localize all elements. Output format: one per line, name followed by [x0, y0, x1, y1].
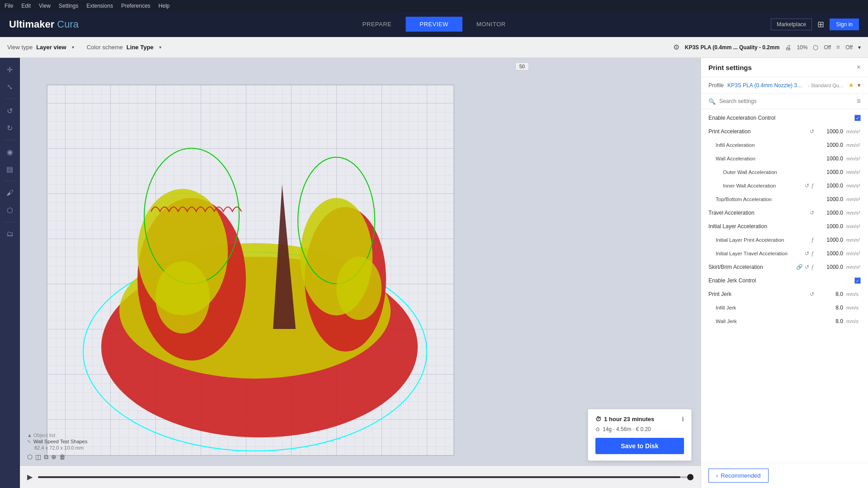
obj-tool-5[interactable]: 🗑 [59, 453, 66, 461]
scale-tool[interactable]: ⤡ [3, 80, 17, 94]
setting-value[interactable]: 1000.0 [816, 155, 843, 162]
search-icon: 🔍 [708, 98, 716, 105]
setting-row: Skirt/Brim Acceleration 🔗↺ƒ 1000.0mm/s² [701, 260, 868, 274]
setting-row: Initial Layer Travel Acceleration ↺ƒ 100… [701, 247, 868, 260]
reset-icon[interactable]: ↺ [810, 210, 814, 216]
ps-star-icon[interactable]: ★ [849, 82, 854, 89]
grid-icon[interactable]: ⊞ [817, 19, 824, 29]
tab-monitor[interactable]: MONITOR [462, 17, 520, 32]
menu-bar: File Edit View Settings Extensions Prefe… [0, 0, 868, 12]
reset-icon[interactable]: ↺ [805, 250, 809, 257]
obj-tool-2[interactable]: ◫ [35, 453, 41, 461]
obj-tool-4[interactable]: ⊕ [51, 453, 57, 461]
tab-prepare[interactable]: PREPARE [349, 17, 406, 32]
setting-value[interactable]: 1000.0 [816, 128, 843, 135]
brush-btn[interactable]: 🖌 [3, 186, 17, 200]
setting-value[interactable]: 1000.0 [816, 210, 843, 216]
setting-icons: ↺ [810, 210, 814, 216]
progress-thumb[interactable] [687, 474, 693, 480]
move-tool[interactable]: ✛ [3, 62, 17, 77]
setting-value[interactable]: 1000.0 [816, 196, 843, 202]
link-icon[interactable]: 🔗 [796, 264, 803, 270]
marketplace-button[interactable]: Marketplace [771, 19, 812, 30]
ps-close-button[interactable]: × [857, 63, 861, 71]
menu-file[interactable]: File [5, 3, 13, 9]
setting-row: Outer Wall Acceleration 1000.0mm/s² [701, 165, 868, 179]
setting-value[interactable]: 8.0 [816, 305, 843, 311]
func-icon[interactable]: ƒ [811, 250, 814, 257]
reset-icon[interactable]: ↺ [805, 183, 809, 189]
func-icon[interactable]: ƒ [811, 183, 814, 189]
search-input[interactable] [719, 98, 853, 104]
settings-chevron[interactable]: ▾ [858, 44, 861, 51]
support-btn[interactable]: ⬡ [3, 203, 17, 217]
setting-row: Wall Jerk 8.0mm/s [701, 314, 868, 328]
setting-name: Outer Wall Acceleration [708, 169, 814, 175]
menu-edit[interactable]: Edit [21, 3, 31, 9]
view-type-value: Layer view [36, 44, 66, 51]
setting-icons: ↺ƒ [805, 250, 814, 257]
view-toolbar: View type Layer view ▾ Color scheme Line… [0, 37, 868, 58]
func-icon[interactable]: ƒ [811, 264, 814, 270]
tab-preview[interactable]: PREVIEW [406, 17, 462, 32]
reset-icon[interactable]: ↺ [805, 264, 809, 270]
reset-icon[interactable]: ↺ [810, 291, 814, 297]
chevron-left-icon: ‹ [716, 472, 718, 479]
object-name: Wall Speed Test Shapes [33, 439, 87, 444]
obj-tool-3[interactable]: ⧉ [44, 453, 48, 461]
setting-value[interactable]: 1000.0 [816, 183, 843, 189]
settings-icon[interactable]: ⚙ [673, 43, 679, 52]
save-to-disk-button[interactable]: Save to Disk [595, 438, 684, 454]
play-button[interactable]: ▶ [27, 473, 33, 481]
recommended-button[interactable]: ‹ Recommended [708, 469, 769, 483]
reset-icon[interactable]: ↺ [810, 128, 814, 135]
setting-checkbox[interactable]: ✓ [854, 277, 861, 284]
setting-value[interactable]: 8.0 [816, 318, 843, 324]
recommended-label: Recommended [721, 472, 760, 479]
setting-value[interactable]: 8.0 [816, 291, 843, 297]
setting-value[interactable]: 1000.0 [816, 250, 843, 257]
setting-value[interactable]: 1000.0 [816, 223, 843, 230]
setting-value[interactable]: 1000.0 [816, 142, 843, 148]
view-btn[interactable]: ◉ [3, 145, 17, 159]
color-scheme-value: Line Type [127, 44, 154, 51]
layers-btn[interactable]: ▤ [3, 162, 17, 176]
menu-view[interactable]: View [39, 3, 51, 9]
logo-ultimaker: Ultimaker [9, 19, 54, 30]
menu-preferences[interactable]: Preferences [121, 3, 151, 9]
color-scheme-dropdown[interactable]: ▾ [159, 45, 161, 50]
save-time: ⏱ 1 hour 23 minutes [595, 416, 654, 422]
toolbar-separator [5, 99, 15, 99]
info-icon[interactable]: ℹ [682, 416, 684, 422]
signin-button[interactable]: Sign in [830, 19, 859, 30]
setting-icons: ↺ [810, 128, 814, 135]
support-icon: ⬡ [813, 44, 818, 51]
main-area: ✛ ⤡ ↺ ↻ ◉ ▤ 🖌 ⬡ 🗂 [0, 58, 868, 488]
stats-text: 14g · 4.56m · € 0.20 [603, 426, 651, 432]
setting-unit: mm/s² [846, 197, 861, 202]
setting-unit: mm/s² [846, 169, 861, 175]
menu-lines-icon[interactable]: ≡ [857, 97, 861, 105]
progress-track[interactable] [38, 476, 693, 478]
func-icon[interactable]: ƒ [811, 237, 814, 243]
scene-btn[interactable]: 🗂 [3, 227, 17, 241]
setting-row: Enable Jerk Control ✓ [701, 274, 868, 287]
ps-profile-dropdown[interactable]: ▾ [858, 82, 861, 89]
view-type-dropdown[interactable]: ▾ [72, 45, 74, 50]
menu-settings[interactable]: Settings [59, 3, 78, 9]
ps-profile-std: - Standard Qu... [808, 83, 843, 88]
menu-help[interactable]: Help [159, 3, 170, 9]
setting-unit: mm/s² [846, 210, 861, 216]
setting-value[interactable]: 1000.0 [816, 264, 843, 270]
printer-name: KP3S PLA (0.4mm ... Quality - 0.2mm [685, 44, 780, 51]
redo-btn[interactable]: ↻ [3, 121, 17, 135]
obj-tool-1[interactable]: ⬡ [27, 453, 33, 461]
setting-name: Enable Jerk Control [708, 277, 853, 284]
setting-value[interactable]: 1000.0 [816, 169, 843, 175]
undo-btn[interactable]: ↺ [3, 103, 17, 118]
infill-stat: 10% [797, 44, 807, 51]
setting-checkbox[interactable]: ✓ [854, 115, 861, 121]
menu-extensions[interactable]: Extensions [86, 3, 113, 9]
setting-unit: mm/s² [846, 224, 861, 229]
setting-value[interactable]: 1000.0 [816, 237, 843, 243]
